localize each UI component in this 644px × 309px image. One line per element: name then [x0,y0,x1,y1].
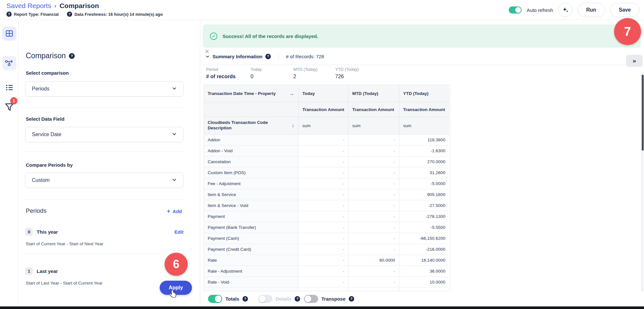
today-value-cell: - [298,135,348,145]
expand-panel-button[interactable]: » [626,55,643,67]
help-icon[interactable]: ? [295,296,300,302]
row-label-cell: Fee - Adjustment [204,178,298,189]
list-icon [5,84,14,91]
table-row[interactable]: Addon - Void---1.6300 [204,145,450,156]
divider [25,199,184,200]
add-period-button[interactable]: + Add [167,208,182,215]
help-icon[interactable]: ? [349,296,354,302]
row-label-cell: Addon [204,135,298,145]
success-banner: ✓ Success! All of the records are displa… [203,24,641,48]
divider [25,254,184,254]
compare-periods-by-label: Compare Periods by [26,162,73,168]
help-icon[interactable]: ? [69,53,75,59]
arrow-right-icon: → [289,90,294,97]
ytd-value-cell: -278.1300 [399,211,449,222]
column-header[interactable]: Today [298,85,348,102]
help-icon[interactable]: ? [265,54,271,59]
stat-value: 726 [335,74,359,80]
row-label-cell: Rate - Adjustment [204,266,298,277]
data-field-select[interactable]: Service Date [25,127,184,142]
close-icon[interactable]: ✕ [205,48,209,55]
breadcrumb-saved-reports[interactable]: Saved Reports [6,2,51,10]
table-row[interactable]: Addon--118.3800 [204,135,450,145]
row-dimension-cell[interactable]: Cloudbeds Transaction Code Description ↓ [204,117,298,135]
sidebar-item-table-view[interactable] [2,26,16,41]
table-row[interactable]: Payment (Bank Transfer)---5.5500 [204,222,450,233]
vertical-scrollbar[interactable] [641,72,644,306]
save-button[interactable]: Save [610,3,639,17]
edit-period-button[interactable]: Edit [175,229,184,235]
table-row[interactable]: Item & Service--905.1800 [204,189,450,200]
ytd-value-cell: -66,150.6200 [399,233,449,244]
transpose-toggle-group: Transpose ? [304,295,354,303]
table-row[interactable]: Payment---278.1300 [204,211,450,222]
summary-stat: YTD (Today) 726 [335,67,359,80]
period-item: 0 This year Edit [25,228,184,236]
table-row[interactable]: Payment (Cash)---66,150.6200 [204,233,450,244]
column-header[interactable]: MTD (Today) [348,85,399,102]
table-row[interactable]: Fee - Adjustment---5.0000 [204,178,450,189]
table-row[interactable]: Rate-60.000016,140.0000 [204,255,450,266]
breadcrumb-separator-icon: › [54,3,56,9]
select-comparison-label: Select comparison [26,70,69,76]
aggregation-cell[interactable]: sum [399,117,449,135]
compare-periods-by-value: Custom [32,177,50,183]
select-data-field-label: Select Data Field [26,116,64,122]
row-dimension-label: Cloudbeds Transaction Code Description [208,120,276,131]
annotation-badge-7: 7 [614,18,641,45]
sidebar-item-field-list[interactable] [2,80,16,95]
transpose-toggle[interactable] [304,295,318,303]
mtd-value-cell: - [348,189,399,200]
mtd-value-cell: - [348,222,399,233]
help-icon[interactable]: ? [67,12,72,17]
panel-title-text: Comparison [26,52,66,60]
table-row[interactable]: Cancelation--270.0000 [204,156,450,167]
ytd-value-cell: -1.6300 [399,145,449,156]
plus-icon: + [167,208,170,215]
summary-title[interactable]: Summary Information [213,54,262,59]
period-name: Last year [37,268,58,274]
table-row[interactable]: Rate - Adjustment--36.0000 [204,266,450,277]
aggregation-cell[interactable]: sum [348,117,399,135]
table-row[interactable]: Rate - Void--10.0000 [204,277,450,288]
row-label-cell: Item & Service [204,189,298,200]
ytd-value-cell: 16,140.0000 [399,255,449,266]
row-label-cell: Payment (Cash) [204,233,298,244]
breadcrumb: Saved Reports › Comparison [6,2,99,10]
totals-toggle[interactable] [208,295,222,303]
ytd-value-cell: -5.5500 [399,222,449,233]
aggregation-cell[interactable]: sum [298,117,348,135]
totals-label: Totals [225,296,239,302]
column-header[interactable]: YTD (Today) [399,85,449,102]
table-row[interactable]: Item & Service - Void---27.5000 [204,200,450,211]
today-value-cell: - [298,145,348,156]
empty-cell [204,102,298,117]
window-bottom-edge [0,306,644,309]
compare-periods-by-select[interactable]: Custom [25,173,184,188]
help-icon[interactable]: ? [242,296,248,302]
comparison-select[interactable]: Periods [25,81,184,97]
scrollbar-thumb[interactable] [642,75,644,151]
run-button[interactable]: Run [578,3,605,17]
report-meta: ? Report Type: Financial ? Data Freshnes… [6,12,163,17]
column-dimension-cell[interactable]: Transaction Date Time - Property → [204,85,298,102]
table-row[interactable]: Payment (Credit Card)---216.0000 [204,244,450,255]
details-toggle[interactable] [258,295,272,303]
summary-stat: Period # of records [206,67,236,80]
row-label-cell: Payment [204,211,298,222]
row-label-cell: Addon - Void [204,145,298,156]
app-window: Saved Reports › Comparison ? Report Type… [0,0,644,309]
mtd-value-cell: - [348,156,399,167]
mtd-value-cell: - [348,178,399,189]
period-name: This year [37,229,58,235]
table-row[interactable]: Custom Item (POS)--31.2600 [204,167,450,178]
help-icon[interactable]: ? [6,12,12,17]
stat-label: Today [251,67,262,72]
mtd-value-cell: 60.0000 [348,255,399,266]
auto-refresh-toggle[interactable] [509,6,522,14]
sidebar-item-data-flow[interactable] [2,56,16,70]
data-freshness-text: Data Freshness: 16 hour(s) 14 minute(s) … [74,12,163,17]
mtd-value-cell: - [348,244,399,255]
measure-header: Transaction Amount [399,102,449,117]
ai-assist-button[interactable] [558,3,573,17]
